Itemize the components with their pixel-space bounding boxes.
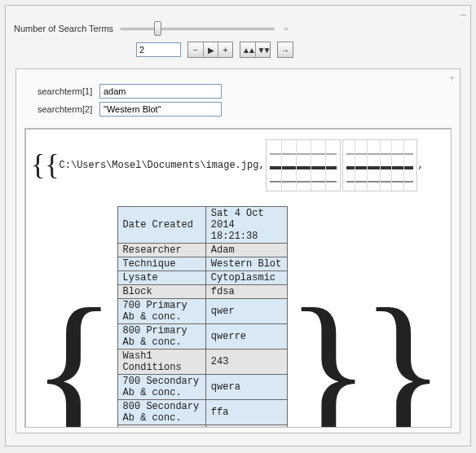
term-count-input[interactable] (136, 42, 181, 57)
metadata-value: Western Blot (205, 257, 287, 271)
search-label-2: searchterm[2] (37, 104, 99, 114)
metadata-key: 800 Secondary Ab & conc. (117, 400, 205, 425)
close-brace-icon: } (359, 302, 446, 428)
step-minus-button[interactable]: − (188, 42, 203, 57)
image-result-row: { { C:\Users\Mosel\Documents\image.jpg, … (31, 139, 446, 191)
double-down-button[interactable]: ▼▼ (255, 42, 270, 57)
inner-panel: + searchterm[1] searchterm[2] { { C:\Use… (15, 68, 461, 433)
slider-end-icon: ▫ (284, 24, 288, 33)
search-input-1[interactable] (99, 84, 222, 99)
collapse-icon[interactable]: – (461, 8, 466, 20)
table-row: Wash1 Conditions243 (117, 350, 287, 375)
metadata-key: Date Created (117, 207, 205, 244)
table-row: ResearcherAdam (117, 244, 287, 257)
table-row: TechniqueWestern Blot (117, 257, 287, 271)
metadata-key: Wash2 Conditions (117, 425, 205, 429)
metadata-value: ffa (205, 400, 287, 425)
trailing-comma: , (418, 160, 424, 171)
open-brace-icon: { (31, 156, 45, 174)
metadata-value: rew (205, 425, 287, 429)
table-row: 800 Primary Ab & conc.qwerre (117, 324, 287, 350)
search-row-1: searchterm[1] (37, 84, 460, 99)
metadata-value: Cytoplasmic (205, 271, 287, 285)
outer-panel: – Number of Search Terms ▫ − ▶ + ▲▲ ▼▼ → (5, 5, 471, 446)
step-plus-button[interactable]: + (218, 42, 232, 57)
metadata-key: Lysate (117, 271, 205, 285)
term-count-slider[interactable] (120, 20, 275, 37)
open-brace-icon: { (45, 156, 59, 174)
search-terms-block: searchterm[1] searchterm[2] (16, 84, 460, 117)
metadata-key: 800 Primary Ab & conc. (117, 324, 205, 350)
table-row: Date CreatedSat 4 Oct 2014 18:21:38 (117, 207, 287, 244)
metadata-key: Researcher (117, 244, 205, 257)
metadata-key: Technique (117, 257, 205, 271)
results-panel: { { C:\Users\Mosel\Documents\image.jpg, … (24, 128, 452, 428)
close-brace-icon: } (285, 302, 372, 428)
table-row: 700 Secondary Ab & conc.qwera (117, 375, 287, 400)
search-row-2: searchterm[2] (37, 102, 460, 117)
play-button[interactable]: ▶ (203, 42, 218, 57)
data-table-wrap: { Date CreatedSat 4 Oct 2014 18:21:38Res… (31, 206, 446, 428)
table-row: LysateCytoplasmic (117, 271, 287, 285)
metadata-key: Wash1 Conditions (117, 350, 205, 375)
image-path-text: C:\Users\Mosel\Documents\image.jpg, (60, 160, 265, 171)
slider-label: Number of Search Terms (14, 24, 113, 33)
expand-icon[interactable]: + (449, 73, 455, 84)
metadata-value: fdsa (205, 285, 287, 299)
blot-thumbnail-2 (342, 139, 417, 191)
double-up-button[interactable]: ▲▲ (240, 42, 255, 57)
table-row: 700 Primary Ab & conc.qwer (117, 299, 287, 324)
search-label-1: searchterm[1] (37, 86, 99, 96)
metadata-value: Adam (205, 244, 287, 257)
dbl-button-group: ▲▲ ▼▼ (240, 42, 271, 58)
metadata-value: qwerre (205, 324, 287, 350)
anim-button-group: − ▶ + (187, 42, 233, 58)
metadata-value: qwer (205, 299, 287, 324)
metadata-key: Block (117, 285, 205, 299)
table-row: Wash2 Conditionsrew (117, 425, 287, 429)
table-row: 800 Secondary Ab & conc.ffa (117, 400, 287, 425)
blot-thumbnail-1 (266, 139, 341, 191)
metadata-key: 700 Primary Ab & conc. (117, 299, 205, 324)
metadata-value: 243 (205, 350, 287, 375)
metadata-table: Date CreatedSat 4 Oct 2014 18:21:38Resea… (117, 206, 288, 428)
metadata-value: Sat 4 Oct 2014 18:21:38 (205, 207, 287, 244)
arrow-button-group: → (277, 42, 293, 58)
right-arrow-button[interactable]: → (278, 42, 293, 57)
search-input-2[interactable] (99, 102, 222, 117)
table-row: Blockfdsa (117, 285, 287, 299)
open-brace-icon: { (31, 302, 117, 428)
metadata-value: qwera (205, 375, 287, 400)
metadata-key: 700 Secondary Ab & conc. (117, 375, 205, 400)
slider-thumb[interactable] (154, 21, 161, 36)
controls-area: Number of Search Terms ▫ − ▶ + ▲▲ ▼▼ → (6, 6, 470, 60)
